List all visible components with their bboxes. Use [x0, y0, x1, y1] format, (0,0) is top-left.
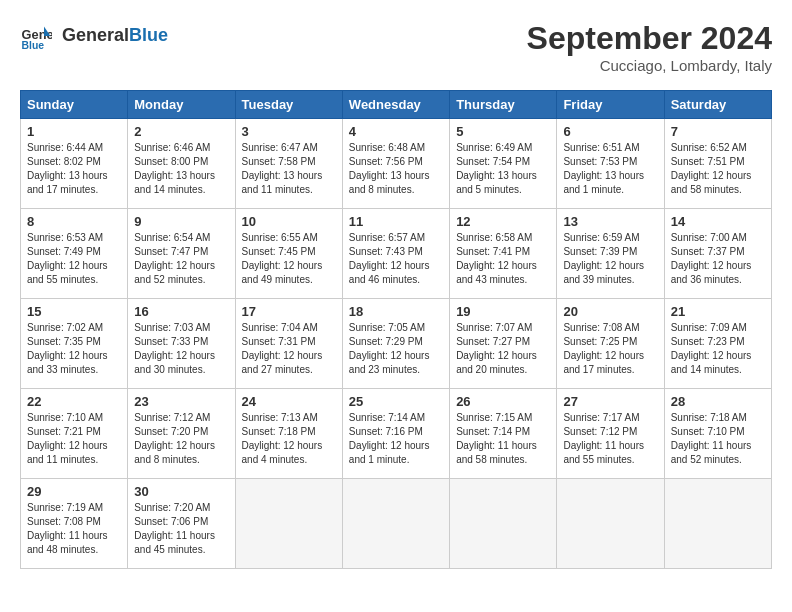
calendar-day: 26Sunrise: 7:15 AMSunset: 7:14 PMDayligh… — [450, 389, 557, 479]
day-info: Sunrise: 7:03 AMSunset: 7:33 PMDaylight:… — [134, 321, 228, 377]
day-info: Sunrise: 6:47 AMSunset: 7:58 PMDaylight:… — [242, 141, 336, 197]
calendar-day: 20Sunrise: 7:08 AMSunset: 7:25 PMDayligh… — [557, 299, 664, 389]
page-header: General Blue GeneralBlue September 2024 … — [20, 20, 772, 74]
logo: General Blue GeneralBlue — [20, 20, 168, 52]
day-number: 21 — [671, 304, 765, 319]
calendar-day: 11Sunrise: 6:57 AMSunset: 7:43 PMDayligh… — [342, 209, 449, 299]
logo-text: GeneralBlue — [62, 25, 168, 47]
day-info: Sunrise: 7:08 AMSunset: 7:25 PMDaylight:… — [563, 321, 657, 377]
day-number: 9 — [134, 214, 228, 229]
day-number: 14 — [671, 214, 765, 229]
day-info: Sunrise: 6:44 AMSunset: 8:02 PMDaylight:… — [27, 141, 121, 197]
calendar-day: 12Sunrise: 6:58 AMSunset: 7:41 PMDayligh… — [450, 209, 557, 299]
day-info: Sunrise: 6:49 AMSunset: 7:54 PMDaylight:… — [456, 141, 550, 197]
day-number: 15 — [27, 304, 121, 319]
day-number: 8 — [27, 214, 121, 229]
day-number: 2 — [134, 124, 228, 139]
calendar-day: 5Sunrise: 6:49 AMSunset: 7:54 PMDaylight… — [450, 119, 557, 209]
calendar-day: 15Sunrise: 7:02 AMSunset: 7:35 PMDayligh… — [21, 299, 128, 389]
calendar-week-1: 1Sunrise: 6:44 AMSunset: 8:02 PMDaylight… — [21, 119, 772, 209]
header-tuesday: Tuesday — [235, 91, 342, 119]
day-number: 16 — [134, 304, 228, 319]
day-info: Sunrise: 6:46 AMSunset: 8:00 PMDaylight:… — [134, 141, 228, 197]
calendar-day: 30Sunrise: 7:20 AMSunset: 7:06 PMDayligh… — [128, 479, 235, 569]
day-number: 26 — [456, 394, 550, 409]
header-monday: Monday — [128, 91, 235, 119]
day-number: 6 — [563, 124, 657, 139]
header-wednesday: Wednesday — [342, 91, 449, 119]
day-info: Sunrise: 7:15 AMSunset: 7:14 PMDaylight:… — [456, 411, 550, 467]
calendar-day: 16Sunrise: 7:03 AMSunset: 7:33 PMDayligh… — [128, 299, 235, 389]
day-number: 24 — [242, 394, 336, 409]
logo-general: General — [62, 25, 129, 45]
day-number: 19 — [456, 304, 550, 319]
calendar-day — [342, 479, 449, 569]
calendar-day: 14Sunrise: 7:00 AMSunset: 7:37 PMDayligh… — [664, 209, 771, 299]
day-info: Sunrise: 6:53 AMSunset: 7:49 PMDaylight:… — [27, 231, 121, 287]
calendar-day — [557, 479, 664, 569]
day-info: Sunrise: 6:57 AMSunset: 7:43 PMDaylight:… — [349, 231, 443, 287]
day-info: Sunrise: 7:18 AMSunset: 7:10 PMDaylight:… — [671, 411, 765, 467]
day-info: Sunrise: 7:20 AMSunset: 7:06 PMDaylight:… — [134, 501, 228, 557]
header-saturday: Saturday — [664, 91, 771, 119]
day-info: Sunrise: 7:14 AMSunset: 7:16 PMDaylight:… — [349, 411, 443, 467]
month-title: September 2024 — [527, 20, 772, 57]
day-info: Sunrise: 6:55 AMSunset: 7:45 PMDaylight:… — [242, 231, 336, 287]
calendar-day: 18Sunrise: 7:05 AMSunset: 7:29 PMDayligh… — [342, 299, 449, 389]
day-number: 30 — [134, 484, 228, 499]
day-number: 5 — [456, 124, 550, 139]
day-info: Sunrise: 7:07 AMSunset: 7:27 PMDaylight:… — [456, 321, 550, 377]
day-info: Sunrise: 7:13 AMSunset: 7:18 PMDaylight:… — [242, 411, 336, 467]
calendar-day: 27Sunrise: 7:17 AMSunset: 7:12 PMDayligh… — [557, 389, 664, 479]
day-number: 11 — [349, 214, 443, 229]
calendar-week-5: 29Sunrise: 7:19 AMSunset: 7:08 PMDayligh… — [21, 479, 772, 569]
calendar-day: 28Sunrise: 7:18 AMSunset: 7:10 PMDayligh… — [664, 389, 771, 479]
header-thursday: Thursday — [450, 91, 557, 119]
calendar-day — [235, 479, 342, 569]
day-number: 23 — [134, 394, 228, 409]
day-number: 13 — [563, 214, 657, 229]
calendar-day: 29Sunrise: 7:19 AMSunset: 7:08 PMDayligh… — [21, 479, 128, 569]
calendar-day: 13Sunrise: 6:59 AMSunset: 7:39 PMDayligh… — [557, 209, 664, 299]
calendar-day — [664, 479, 771, 569]
day-number: 20 — [563, 304, 657, 319]
logo-blue: Blue — [129, 25, 168, 45]
day-number: 12 — [456, 214, 550, 229]
calendar-day: 10Sunrise: 6:55 AMSunset: 7:45 PMDayligh… — [235, 209, 342, 299]
calendar-day: 21Sunrise: 7:09 AMSunset: 7:23 PMDayligh… — [664, 299, 771, 389]
calendar-day: 23Sunrise: 7:12 AMSunset: 7:20 PMDayligh… — [128, 389, 235, 479]
calendar-day: 1Sunrise: 6:44 AMSunset: 8:02 PMDaylight… — [21, 119, 128, 209]
day-number: 27 — [563, 394, 657, 409]
header-sunday: Sunday — [21, 91, 128, 119]
day-number: 25 — [349, 394, 443, 409]
title-block: September 2024 Cucciago, Lombardy, Italy — [527, 20, 772, 74]
calendar-week-3: 15Sunrise: 7:02 AMSunset: 7:35 PMDayligh… — [21, 299, 772, 389]
day-info: Sunrise: 7:12 AMSunset: 7:20 PMDaylight:… — [134, 411, 228, 467]
calendar-table: SundayMondayTuesdayWednesdayThursdayFrid… — [20, 90, 772, 569]
calendar-day: 6Sunrise: 6:51 AMSunset: 7:53 PMDaylight… — [557, 119, 664, 209]
location: Cucciago, Lombardy, Italy — [527, 57, 772, 74]
day-info: Sunrise: 7:02 AMSunset: 7:35 PMDaylight:… — [27, 321, 121, 377]
calendar-day: 7Sunrise: 6:52 AMSunset: 7:51 PMDaylight… — [664, 119, 771, 209]
calendar-day: 3Sunrise: 6:47 AMSunset: 7:58 PMDaylight… — [235, 119, 342, 209]
day-number: 7 — [671, 124, 765, 139]
calendar-day — [450, 479, 557, 569]
calendar-day: 8Sunrise: 6:53 AMSunset: 7:49 PMDaylight… — [21, 209, 128, 299]
calendar-day: 9Sunrise: 6:54 AMSunset: 7:47 PMDaylight… — [128, 209, 235, 299]
day-info: Sunrise: 7:00 AMSunset: 7:37 PMDaylight:… — [671, 231, 765, 287]
day-info: Sunrise: 6:58 AMSunset: 7:41 PMDaylight:… — [456, 231, 550, 287]
calendar-day: 24Sunrise: 7:13 AMSunset: 7:18 PMDayligh… — [235, 389, 342, 479]
calendar-day: 25Sunrise: 7:14 AMSunset: 7:16 PMDayligh… — [342, 389, 449, 479]
day-info: Sunrise: 6:52 AMSunset: 7:51 PMDaylight:… — [671, 141, 765, 197]
day-number: 22 — [27, 394, 121, 409]
calendar-header-row: SundayMondayTuesdayWednesdayThursdayFrid… — [21, 91, 772, 119]
logo-icon: General Blue — [20, 20, 52, 52]
day-number: 1 — [27, 124, 121, 139]
calendar-week-2: 8Sunrise: 6:53 AMSunset: 7:49 PMDaylight… — [21, 209, 772, 299]
day-number: 17 — [242, 304, 336, 319]
calendar-day: 4Sunrise: 6:48 AMSunset: 7:56 PMDaylight… — [342, 119, 449, 209]
day-info: Sunrise: 7:10 AMSunset: 7:21 PMDaylight:… — [27, 411, 121, 467]
calendar-day: 2Sunrise: 6:46 AMSunset: 8:00 PMDaylight… — [128, 119, 235, 209]
day-info: Sunrise: 6:59 AMSunset: 7:39 PMDaylight:… — [563, 231, 657, 287]
day-number: 28 — [671, 394, 765, 409]
